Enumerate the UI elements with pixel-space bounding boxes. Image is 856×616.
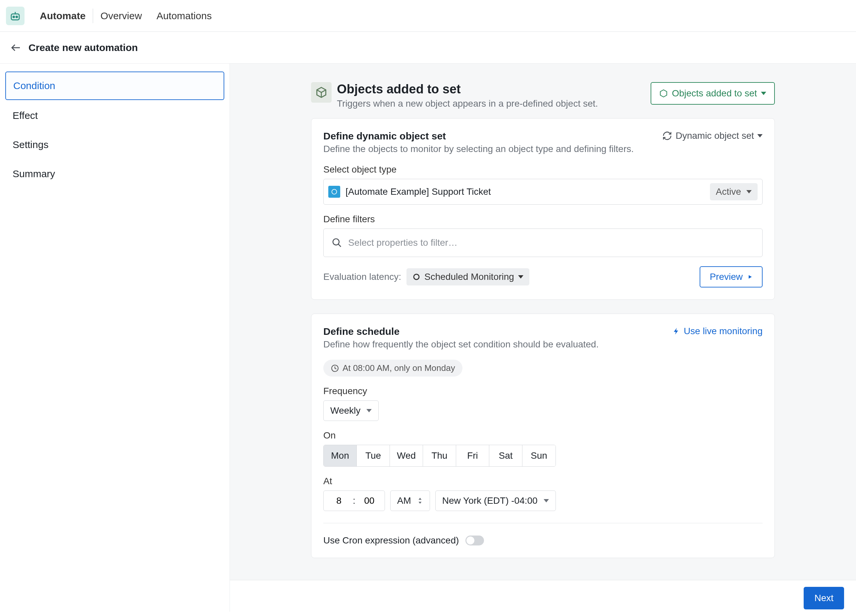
time-input-box: : <box>323 490 385 511</box>
timezone-select[interactable]: New York (EDT) -04:00 <box>435 490 556 511</box>
object-set-title: Define dynamic object set <box>323 131 446 142</box>
latency-select[interactable]: Scheduled Monitoring <box>406 268 530 286</box>
svg-point-2 <box>16 16 18 18</box>
object-set-desc: Define the objects to monitor by selecti… <box>323 144 762 154</box>
day-wed[interactable]: Wed <box>390 445 423 466</box>
live-monitoring-link[interactable]: Use live monitoring <box>673 326 762 336</box>
filter-placeholder: Select properties to filter… <box>348 237 457 248</box>
search-icon <box>332 237 342 248</box>
sidebar-item-effect[interactable]: Effect <box>5 102 224 129</box>
day-tue[interactable]: Tue <box>357 445 390 466</box>
hour-input[interactable] <box>331 495 347 506</box>
trigger-type-button[interactable]: Objects added to set <box>651 82 775 104</box>
ampm-select[interactable]: AM <box>390 490 430 511</box>
play-icon <box>747 274 753 280</box>
day-thu[interactable]: Thu <box>423 445 456 466</box>
schedule-summary-chip: At 08:00 AM, only on Monday <box>323 359 462 376</box>
nav-automations[interactable]: Automations <box>149 10 219 22</box>
chevron-down-icon <box>543 499 549 502</box>
sort-icon <box>417 497 423 505</box>
time-colon: : <box>353 495 356 506</box>
frequency-label: Frequency <box>323 386 762 396</box>
object-type-value: [Automate Example] Support Ticket <box>345 186 710 197</box>
app-logo-icon <box>6 7 25 25</box>
divider <box>323 523 762 523</box>
frequency-select[interactable]: Weekly <box>323 400 379 421</box>
main-content: Objects added to set Triggers when a new… <box>230 64 856 612</box>
svg-marker-12 <box>419 498 421 500</box>
preview-label: Preview <box>710 272 743 282</box>
schedule-summary-text: At 08:00 AM, only on Monday <box>343 363 455 373</box>
sidebar-item-summary[interactable]: Summary <box>5 160 224 187</box>
refresh-icon <box>662 131 672 141</box>
object-type-icon <box>328 186 340 198</box>
schedule-card: Define schedule Use live monitoring Defi… <box>311 313 775 558</box>
lightning-icon <box>673 327 680 335</box>
cube-icon <box>311 82 332 103</box>
object-set-card: Define dynamic object set Dynamic object… <box>311 118 775 300</box>
filter-input[interactable]: Select properties to filter… <box>323 229 762 257</box>
subheader: Create new automation <box>0 32 856 64</box>
trigger-type-label: Objects added to set <box>672 88 757 99</box>
svg-line-8 <box>338 244 341 247</box>
back-arrow-icon[interactable] <box>10 42 22 54</box>
chevron-down-icon <box>518 275 523 278</box>
cron-label: Use Cron expression (advanced) <box>323 535 459 546</box>
chevron-down-icon <box>761 92 766 95</box>
day-fri[interactable]: Fri <box>456 445 489 466</box>
cron-toggle[interactable] <box>465 536 484 545</box>
at-label: At <box>323 476 762 487</box>
next-button[interactable]: Next <box>804 587 844 609</box>
page-subtitle: Triggers when a new object appears in a … <box>337 98 651 109</box>
nav-overview[interactable]: Overview <box>93 10 149 22</box>
app-name-link[interactable]: Automate <box>32 10 93 22</box>
subheader-title: Create new automation <box>28 42 138 53</box>
chevron-down-icon <box>746 190 752 194</box>
timezone-value: New York (EDT) -04:00 <box>442 495 538 506</box>
object-status-pill[interactable]: Active <box>710 183 757 200</box>
day-mon[interactable]: Mon <box>324 445 357 466</box>
latency-value: Scheduled Monitoring <box>424 272 514 282</box>
schedule-title: Define schedule <box>323 326 400 337</box>
day-sun[interactable]: Sun <box>522 445 556 466</box>
page-title: Objects added to set <box>337 82 651 96</box>
svg-marker-10 <box>749 275 752 279</box>
latency-label: Evaluation latency: <box>323 272 401 282</box>
days-selector: Mon Tue Wed Thu Fri Sat Sun <box>323 445 556 467</box>
svg-marker-13 <box>419 502 421 504</box>
on-label: On <box>323 430 762 441</box>
sidebar: Condition Effect Settings Summary <box>0 64 230 612</box>
clock-icon <box>331 364 339 373</box>
svg-point-1 <box>13 16 15 18</box>
minute-input[interactable] <box>362 495 377 506</box>
svg-rect-0 <box>11 14 19 20</box>
top-bar: Automate Overview Automations <box>0 0 856 32</box>
object-status-label: Active <box>716 186 741 197</box>
circle-icon <box>413 273 420 281</box>
svg-point-9 <box>414 274 419 280</box>
object-type-label: Select object type <box>323 164 762 175</box>
footer-bar: Next <box>230 580 856 612</box>
sidebar-item-condition[interactable]: Condition <box>5 72 224 100</box>
dynamic-object-set-button[interactable]: Dynamic object set <box>662 131 762 141</box>
chevron-down-icon <box>366 409 372 412</box>
day-sat[interactable]: Sat <box>489 445 522 466</box>
page-header: Objects added to set Triggers when a new… <box>311 82 775 109</box>
frequency-value: Weekly <box>330 406 360 416</box>
svg-point-7 <box>333 239 339 245</box>
live-monitoring-label: Use live monitoring <box>684 326 762 336</box>
filters-label: Define filters <box>323 214 762 224</box>
schedule-desc: Define how frequently the object set con… <box>323 339 762 350</box>
object-type-select[interactable]: [Automate Example] Support Ticket Active <box>323 179 762 205</box>
chevron-down-icon <box>757 134 762 137</box>
dynamic-object-set-label: Dynamic object set <box>676 131 754 141</box>
svg-point-6 <box>332 189 337 194</box>
cube-small-icon <box>659 89 668 98</box>
ampm-value: AM <box>397 495 411 506</box>
preview-button[interactable]: Preview <box>700 266 762 287</box>
sidebar-item-settings[interactable]: Settings <box>5 131 224 158</box>
